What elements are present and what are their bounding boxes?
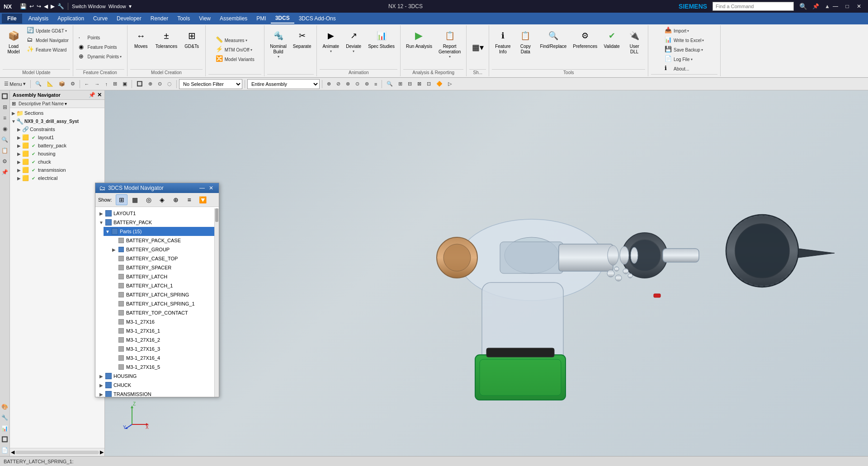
redo-btn[interactable]: ↪ [36,3,42,9]
assembly-select[interactable]: Entire Assembly [247,79,320,89]
mtm-btn[interactable]: ⚡MTM On/Off▾ [214,45,256,54]
mnav-item-housing[interactable]: ▶ HOUSING [97,372,217,381]
feature-wizard-btn[interactable]: ✨Feature Wizard [25,45,70,54]
sidebar-icon-2[interactable]: ⊞ [1,103,9,111]
mnav-expand-parts[interactable]: ▼ [104,228,111,235]
tb-icon-19[interactable]: ≡ [372,80,379,88]
tb-icon-26[interactable]: ▷ [446,80,454,88]
selection-filter-select[interactable]: No Selection Filter [179,79,242,89]
pin-icon[interactable]: 📌 [812,3,819,9]
menu-assemblies[interactable]: Assemblies [215,14,252,24]
sidebar-icon-3[interactable]: ≡ [1,114,9,122]
save-backup-btn[interactable]: 💾Save Backup▾ [663,45,706,54]
validate-btn[interactable]: ✔ Validate [601,26,623,51]
run-analysis-btn[interactable]: ▶ Run Analysis [403,26,435,51]
mnav-item-transmission[interactable]: ▶ TRANSMISSION [97,390,217,397]
sidebar-icon-bottom-2[interactable]: 🔧 [1,414,9,422]
mnav-item-batt-latch[interactable]: BATTERY_LATCH [110,272,217,281]
animate-btn[interactable]: ▶ Animate ▾ [320,26,342,55]
tb-icon-1[interactable]: 🔍 [33,80,44,88]
mnav-item-m3-27x16[interactable]: M3-1_27X16 [110,317,217,326]
expand-ribbon-icon[interactable]: ▲ [825,3,830,9]
mnav-btn-moves[interactable]: ◈ [156,194,168,205]
mnav-item-batt-spacer[interactable]: BATTERY_SPACER [110,263,217,272]
nav-scroll-left[interactable]: ◀ [11,449,14,455]
mnav-item-batt-case[interactable]: BATTERY_PACK_CASE [110,236,217,245]
tb-icon-5[interactable]: ← [82,80,92,88]
tb-icon-6[interactable]: → [93,80,102,88]
menu-dropdown-btn[interactable]: ☰ Menu ▾ [2,80,28,88]
model-navigator-btn[interactable]: 🗂Model Navigator [25,36,70,45]
mnav-item-m3-27x16-3[interactable]: M3-1_27X16_3 [110,344,217,353]
mnav-item-batt-case-top[interactable]: BATTERY_CASE_TOP [110,254,217,263]
tb-icon-7[interactable]: ↑ [103,80,110,88]
tb-icon-14[interactable]: ⊕ [325,80,333,88]
mnav-item-m3-27x16-4[interactable]: M3-1_27X16_4 [110,353,217,362]
update-gdt-btn[interactable]: 🔄Update GD&T▾ [25,26,70,35]
nav-item-housing[interactable]: ▶ 🟨 ✔ housing [16,150,104,158]
settings-quick-btn[interactable]: 🔧 [57,3,65,9]
mnav-btn-tolerances[interactable]: ⊕ [170,194,182,205]
search-icon[interactable]: 🔍 [799,3,807,10]
tb-icon-12[interactable]: ⊙ [156,80,164,88]
menu-application[interactable]: Application [53,14,89,24]
feature-points-btn[interactable]: ◉Feature Points [77,43,123,52]
gdts-btn[interactable]: ⊞ GD&Ts [181,26,203,51]
nav-item-transmission[interactable]: ▶ 🟨 ✔ transmission [16,166,104,174]
tb-icon-15[interactable]: ⊘ [334,80,343,88]
sidebar-icon-1[interactable]: 🔲 [1,92,9,100]
tb-icon-20[interactable]: 🔍 [384,80,395,88]
tb-icon-16[interactable]: ⊗ [344,80,352,88]
mnav-item-chuck[interactable]: ▶ CHUCK [97,381,217,390]
tolerances-btn[interactable]: ± Tolerances [153,26,180,51]
mnav-item-batt-top-contact[interactable]: BATTERY_TOP_CONTACT [110,308,217,317]
expand-chuck[interactable]: ▶ [16,159,22,165]
tb-icon-17[interactable]: ⊙ [353,80,362,88]
maximize-btn[interactable]: □ [842,2,853,11]
sidebar-icon-8[interactable]: 📌 [1,168,9,176]
nav-item-chuck[interactable]: ▶ 🟨 ✔ chuck [16,158,104,166]
mnav-item-m3-27x16-2[interactable]: M3-1_27X16_2 [110,335,217,344]
menu-developer[interactable]: Developer [112,14,146,24]
tb-icon-10[interactable]: 🔲 [134,80,145,88]
nav-item-constraints[interactable]: ▶ 🔗 Constraints [16,125,104,133]
nav-pin-btn[interactable]: 📌 [89,92,95,98]
preferences-btn[interactable]: ⚙ Preferences [570,26,600,51]
mnav-expand-battery-pack[interactable]: ▼ [98,219,104,226]
close-btn[interactable]: ✕ [854,2,864,11]
tb-icon-25[interactable]: 🔶 [434,80,445,88]
window-btn[interactable]: Window [108,4,127,9]
model-variants-btn[interactable]: 🔀Model Variants [214,55,256,64]
window-dropdown-btn[interactable]: ▾ [128,3,132,9]
expand-layout1[interactable]: ▶ [16,135,22,140]
expand-housing[interactable]: ▶ [16,151,22,156]
expand-root[interactable]: ▼ [11,118,16,124]
nav-sort-dropdown[interactable]: ▾ [65,101,67,106]
tb-icon-18[interactable]: ⊛ [363,80,371,88]
nav-item-layout1[interactable]: ▶ 🟨 ✔ layout1 [16,133,104,141]
nav-close-btn[interactable]: ✕ [97,92,102,98]
sidebar-icon-7[interactable]: ⚙ [1,157,9,165]
model-nav-min-btn[interactable]: — [198,185,206,191]
tb-icon-11[interactable]: ⊕ [146,80,155,88]
mnav-item-batt-group[interactable]: ▶ BATTERY_GROUP [110,245,217,254]
sidebar-icon-bottom-4[interactable]: 🔲 [1,435,9,443]
nav-item-electrical[interactable]: ▶ 🟨 ✔ electrical [16,174,104,182]
import-btn[interactable]: 📥Import▾ [663,26,706,35]
nav-item-battery-pack[interactable]: ▶ 🟨 ✔ battery_pack [16,141,104,150]
deviate-btn[interactable]: ↗ Deviate ▾ [343,26,364,55]
mnav-item-layout1[interactable]: ▶ LAYOUT1 [97,209,217,218]
undo-btn[interactable]: ↩ [28,3,35,9]
find-replace-btn[interactable]: 🔍 Find/Replace [537,26,569,51]
mnav-item-m3-27x16-1[interactable]: M3-1_27X16_1 [110,326,217,335]
copy-data-btn[interactable]: 📋 CopyData [514,26,536,56]
menu-3dcs-addons[interactable]: 3DCS Add-Ons [294,14,340,24]
nav-scroll-right[interactable]: ▶ [100,449,104,455]
command-search-input[interactable] [712,2,794,11]
load-model-btn[interactable]: 📦 LoadModel [3,26,24,56]
mnav-btn-measures[interactable]: ◎ [143,194,155,205]
viewport[interactable]: Z X Y [105,90,868,456]
mnav-item-batt-latch-spring[interactable]: BATTERY_LATCH_SPRING [110,290,217,299]
mnav-item-batt-latch-spring-1[interactable]: BATTERY_LATCH_SPRING_1 [110,299,217,308]
about-btn[interactable]: ℹAbout... [663,64,706,73]
